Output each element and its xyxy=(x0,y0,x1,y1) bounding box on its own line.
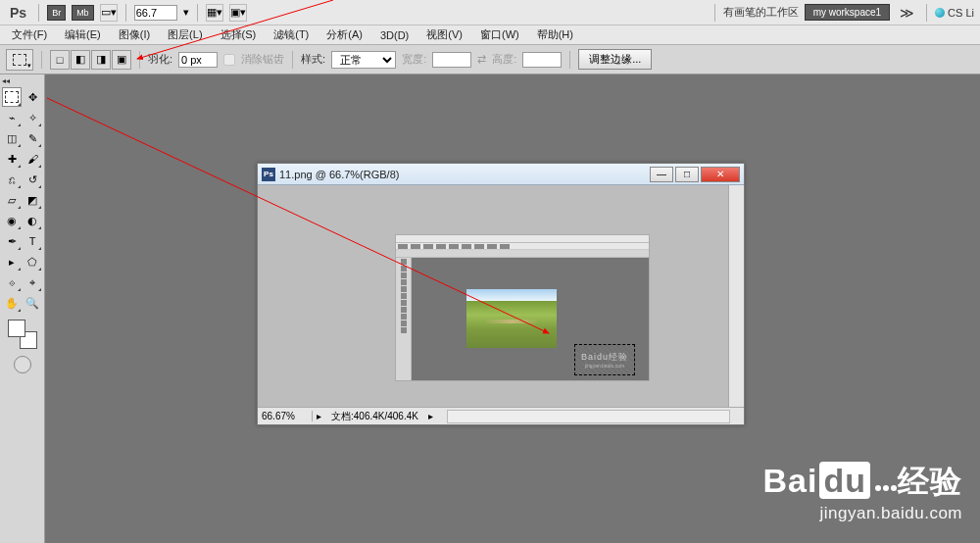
feather-label: 羽化: xyxy=(148,52,172,67)
eraser-tool[interactable]: ▱ xyxy=(2,190,22,210)
menu-view[interactable]: 视图(V) xyxy=(418,25,470,44)
document-window: Ps 11.png @ 66.7%(RGB/8) — □ ✕ xyxy=(257,163,745,425)
marquee-icon xyxy=(13,54,26,66)
eyedropper-tool[interactable]: ✎ xyxy=(23,128,42,148)
dropdown-arrow-icon[interactable]: ▾ xyxy=(183,6,189,19)
minimize-button[interactable]: — xyxy=(650,167,673,182)
hand-tool[interactable]: ✋ xyxy=(2,293,22,313)
healing-brush-tool[interactable]: ✚ xyxy=(2,149,22,169)
type-tool[interactable]: T xyxy=(23,231,42,251)
quickmask-button[interactable] xyxy=(14,356,31,373)
status-arrow-icon[interactable]: ▸ xyxy=(313,411,325,421)
ps-logo: Ps xyxy=(6,5,30,21)
separator xyxy=(926,4,927,22)
options-bar: ▾ □ ◧ ◨ ▣ 羽化: 消除锯齿 样式: 正常 宽度: ⇄ 高度: 调整边缘… xyxy=(0,45,980,74)
menu-help[interactable]: 帮助(H) xyxy=(529,25,581,44)
blur-tool[interactable]: ◉ xyxy=(2,211,22,230)
menu-analysis[interactable]: 分析(A) xyxy=(318,25,370,44)
foreground-color[interactable] xyxy=(8,320,25,337)
screen-mode-icon[interactable]: ▣▾ xyxy=(229,4,247,22)
doc-info[interactable]: 文档:406.4K/406.4K xyxy=(325,410,424,423)
lasso-tool[interactable]: ⌁ xyxy=(2,108,22,127)
separator xyxy=(197,4,198,22)
antialias-checkbox xyxy=(223,54,235,66)
wm-url: jingyan.baidu.com xyxy=(763,504,962,523)
brush-tool[interactable]: 🖌 xyxy=(23,149,42,169)
magic-wand-tool[interactable]: ✧ xyxy=(23,108,42,127)
wm-jingyan: 经验 xyxy=(898,464,962,499)
page-watermark: Baidu经验 jingyan.baidu.com xyxy=(763,461,962,523)
zoom-status[interactable]: 66.67% xyxy=(258,411,313,421)
more-workspaces-icon[interactable]: ≫ xyxy=(896,5,918,21)
antialias-label: 消除锯齿 xyxy=(241,52,284,67)
zoom-input[interactable] xyxy=(134,5,177,21)
refine-edge-button[interactable]: 调整边缘... xyxy=(578,49,652,70)
style-select[interactable]: 正常 xyxy=(331,51,396,69)
workspace-brush-label[interactable]: 有画笔的工作区 xyxy=(723,5,799,20)
3d-camera-tool[interactable]: ⌖ xyxy=(23,272,42,292)
menu-layer[interactable]: 图层(L) xyxy=(160,25,210,44)
history-brush-tool[interactable]: ↺ xyxy=(23,170,42,189)
tool-panel-collapse-icon[interactable]: ◂◂ xyxy=(0,76,44,86)
inner-screenshot: Baidu经验 jingyan.baidu.com xyxy=(395,234,650,381)
cs-live-icon xyxy=(935,8,945,18)
dodge-tool[interactable]: ◐ xyxy=(23,211,42,230)
height-input xyxy=(522,52,562,68)
current-tool-button[interactable]: ▾ xyxy=(6,49,33,71)
menu-window[interactable]: 窗口(W) xyxy=(472,25,527,44)
zoom-tool[interactable]: 🔍 xyxy=(23,293,42,313)
height-label: 高度: xyxy=(492,52,516,67)
separator xyxy=(569,51,570,69)
mode-intersect-button[interactable]: ▣ xyxy=(112,50,131,70)
mode-new-button[interactable]: □ xyxy=(50,50,70,70)
paw-icon xyxy=(874,461,898,499)
feather-input[interactable] xyxy=(178,52,218,68)
horizontal-scrollbar[interactable] xyxy=(447,410,730,423)
inner-watermark-sub: jingyan.baidu.com xyxy=(575,363,634,369)
close-button[interactable]: ✕ xyxy=(701,167,740,182)
arrange-documents-icon[interactable]: ▦▾ xyxy=(206,4,223,22)
document-status-bar: 66.67% ▸ 文档:406.4K/406.4K ▸ xyxy=(258,407,744,424)
app-top-bar: Ps Br Mb ▭▾ ▾ ▦▾ ▣▾ 有画笔的工作区 my workspace… xyxy=(0,0,980,25)
menu-3d[interactable]: 3D(D) xyxy=(372,27,416,43)
cs-live-button[interactable]: CS Li xyxy=(935,7,974,19)
selection-mode-group: □ ◧ ◨ ▣ xyxy=(50,50,131,70)
vertical-scrollbar[interactable] xyxy=(728,185,744,407)
maximize-button[interactable]: □ xyxy=(675,167,699,182)
minibridge-button[interactable]: Mb xyxy=(72,5,94,21)
cs-live-label: CS Li xyxy=(948,7,974,19)
document-titlebar[interactable]: Ps 11.png @ 66.7%(RGB/8) — □ ✕ xyxy=(258,164,744,185)
path-selection-tool[interactable]: ▸ xyxy=(2,252,22,272)
crop-tool[interactable]: ◫ xyxy=(2,128,22,148)
wm-bai: Bai xyxy=(763,462,818,499)
gradient-tool[interactable]: ◩ xyxy=(23,190,42,210)
view-extras-icon[interactable]: ▭▾ xyxy=(100,4,118,22)
menu-filter[interactable]: 滤镜(T) xyxy=(266,25,317,44)
menu-edit[interactable]: 编辑(E) xyxy=(57,25,109,44)
bridge-button[interactable]: Br xyxy=(47,5,66,21)
menu-image[interactable]: 图像(I) xyxy=(111,25,158,44)
inner-marquee-selection: Baidu经验 jingyan.baidu.com xyxy=(574,344,635,375)
my-workspace-button[interactable]: my workspace1 xyxy=(805,4,890,21)
swap-wh-icon: ⇄ xyxy=(477,53,486,66)
clone-stamp-tool[interactable]: ⎌ xyxy=(2,170,22,189)
separator xyxy=(125,4,126,22)
separator xyxy=(292,51,293,69)
mode-subtract-button[interactable]: ◨ xyxy=(91,50,111,70)
marquee-tool[interactable] xyxy=(2,87,22,107)
ps-doc-icon: Ps xyxy=(262,168,275,181)
separator xyxy=(38,4,39,22)
document-title: 11.png @ 66.7%(RGB/8) xyxy=(279,169,646,180)
menu-file[interactable]: 文件(F) xyxy=(4,25,55,44)
separator xyxy=(714,4,715,22)
color-swatches[interactable] xyxy=(8,320,37,349)
status-menu-icon[interactable]: ▸ xyxy=(428,411,433,421)
separator xyxy=(139,51,140,69)
mode-add-button[interactable]: ◧ xyxy=(71,50,90,70)
menu-select[interactable]: 选择(S) xyxy=(213,25,265,44)
shape-tool[interactable]: ⬠ xyxy=(23,252,42,272)
move-tool[interactable]: ✥ xyxy=(23,87,42,107)
pen-tool[interactable]: ✒ xyxy=(2,231,22,251)
3d-tool[interactable]: ⟐ xyxy=(2,272,22,292)
document-canvas[interactable]: Baidu经验 jingyan.baidu.com xyxy=(258,185,728,407)
